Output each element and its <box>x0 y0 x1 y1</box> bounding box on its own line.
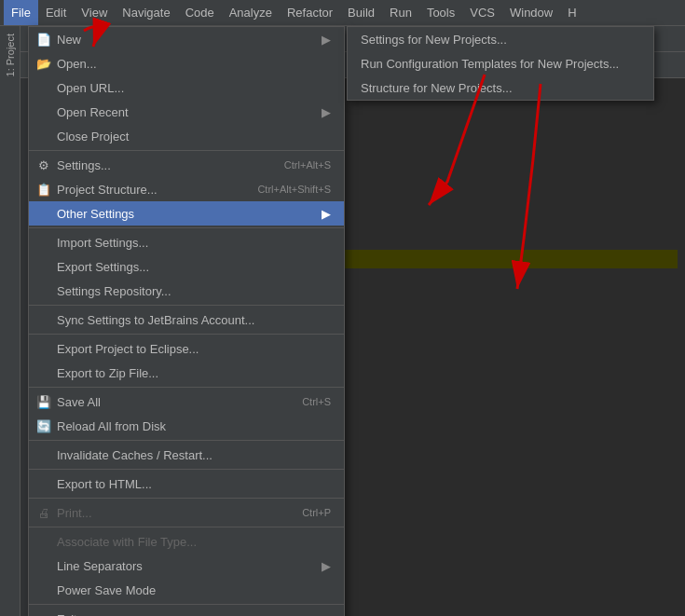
menu-item-print: 🖨 Print... Ctrl+P <box>29 500 344 525</box>
menu-edit[interactable]: Edit <box>38 0 74 25</box>
menu-item-export-settings[interactable]: Export Settings... <box>29 254 344 279</box>
menu-run[interactable]: Run <box>382 0 419 25</box>
menu-item-run-config-templates[interactable]: Run Configuration Templates for New Proj… <box>348 51 653 75</box>
menu-file[interactable]: File <box>4 0 38 25</box>
menu-item-save-all[interactable]: 💾 Save All Ctrl+S <box>29 390 344 414</box>
menu-sep-6 <box>29 440 344 441</box>
new-arrow: ▶ <box>322 33 331 47</box>
new-icon: 📄 <box>36 32 51 47</box>
menu-item-project-structure[interactable]: 📋 Project Structure... Ctrl+Alt+Shift+S <box>29 177 344 201</box>
menu-refactor[interactable]: Refactor <box>280 0 340 25</box>
menu-sep-10 <box>29 604 344 605</box>
settings-shortcut: Ctrl+Alt+S <box>266 159 331 171</box>
menu-item-export-zip[interactable]: Export to Zip File... <box>29 361 344 385</box>
menu-navigate[interactable]: Navigate <box>115 0 177 25</box>
menu-item-export-html[interactable]: Export to HTML... <box>29 472 344 496</box>
other-settings-arrow: ▶ <box>322 207 331 221</box>
menu-build[interactable]: Build <box>340 0 382 25</box>
reload-icon: 🔄 <box>36 418 51 433</box>
menu-item-structure-new-projects[interactable]: Structure for New Projects... <box>348 75 653 100</box>
menu-sep-8 <box>29 498 344 499</box>
project-structure-shortcut: Ctrl+Alt+Shift+S <box>239 184 331 195</box>
menu-sep-2 <box>29 227 344 228</box>
other-settings-submenu: Settings for New Projects... Run Configu… <box>347 26 654 101</box>
file-menu: 📄 New ▶ 📂 Open... Open URL... Open Recen… <box>28 26 345 616</box>
line-sep-arrow: ▶ <box>322 559 331 573</box>
settings-icon: ⚙ <box>36 157 51 172</box>
menu-analyze[interactable]: Analyze <box>222 0 280 25</box>
menu-sep-9 <box>29 527 344 527</box>
project-structure-icon: 📋 <box>36 182 51 197</box>
menu-sep-5 <box>29 387 344 388</box>
menu-sep-7 <box>29 469 344 470</box>
menu-item-other-settings[interactable]: Other Settings ▶ <box>29 201 344 226</box>
menu-item-import-settings[interactable]: Import Settings... <box>29 230 344 254</box>
menu-item-open-recent[interactable]: Open Recent ▶ <box>29 100 344 124</box>
menu-item-settings[interactable]: ⚙ Settings... Ctrl+Alt+S <box>29 153 344 177</box>
menu-item-power-save[interactable]: Power Save Mode <box>29 578 344 602</box>
menu-window[interactable]: Window <box>502 0 560 25</box>
menu-sep-3 <box>29 305 344 306</box>
menu-sep-4 <box>29 334 344 335</box>
menu-item-settings-new-projects[interactable]: Settings for New Projects... <box>348 27 653 51</box>
menu-sep-1 <box>29 150 344 151</box>
menu-view[interactable]: View <box>74 0 115 25</box>
menu-item-exit[interactable]: Exit <box>29 607 344 616</box>
menu-item-line-separators[interactable]: Line Separators ▶ <box>29 554 344 578</box>
menu-vcs[interactable]: VCS <box>462 0 502 25</box>
menu-item-close-project[interactable]: Close Project <box>29 124 344 148</box>
save-icon: 💾 <box>36 394 51 409</box>
menu-item-invalidate-caches[interactable]: Invalidate Caches / Restart... <box>29 443 344 467</box>
menu-item-sync-settings[interactable]: Sync Settings to JetBrains Account... <box>29 308 344 332</box>
save-shortcut: Ctrl+S <box>283 396 331 407</box>
left-sidebar: 1: Project <box>0 26 21 616</box>
project-panel-label[interactable]: 1: Project <box>3 30 18 80</box>
menu-item-export-eclipse[interactable]: Export Project to Eclipse... <box>29 336 344 361</box>
menu-bar: File Edit View Navigate Code Analyze Ref… <box>0 0 685 26</box>
menu-item-open-url[interactable]: Open URL... <box>29 75 344 100</box>
menu-item-reload-all[interactable]: 🔄 Reload All from Disk <box>29 414 344 438</box>
menu-item-associate-file: Associate with File Type... <box>29 529 344 554</box>
print-shortcut: Ctrl+P <box>283 507 331 518</box>
menu-code[interactable]: Code <box>178 0 222 25</box>
menu-help[interactable]: H <box>560 0 583 25</box>
menu-item-new[interactable]: 📄 New ▶ <box>29 27 344 51</box>
menu-item-settings-repo[interactable]: Settings Repository... <box>29 279 344 303</box>
menu-tools[interactable]: Tools <box>419 0 462 25</box>
menu-item-open[interactable]: 📂 Open... <box>29 51 344 75</box>
open-recent-arrow: ▶ <box>322 105 331 119</box>
open-icon: 📂 <box>36 56 51 71</box>
print-icon: 🖨 <box>36 505 51 520</box>
